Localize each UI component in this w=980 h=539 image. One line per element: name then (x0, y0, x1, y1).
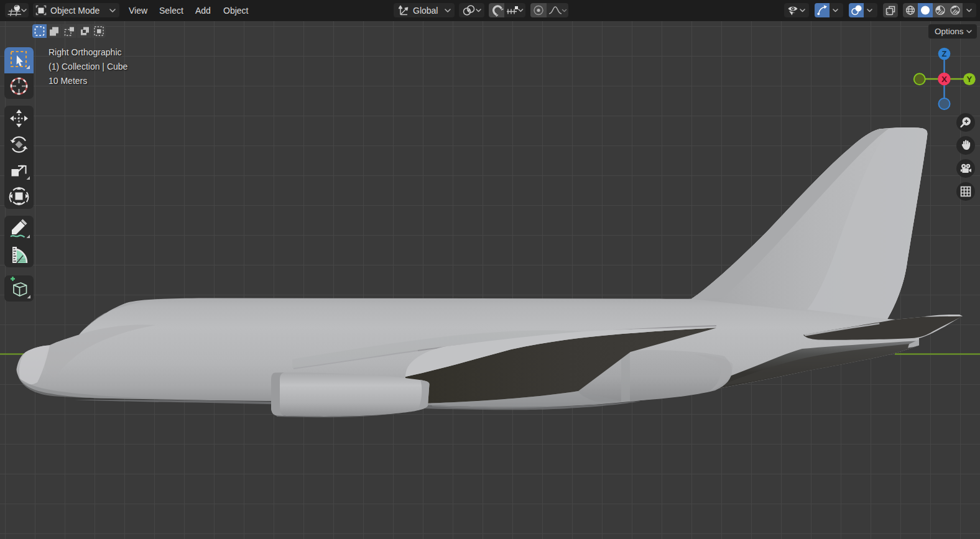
svg-text:Z: Z (942, 49, 947, 58)
svg-text:Y: Y (967, 75, 973, 84)
svg-text:X: X (941, 75, 947, 84)
